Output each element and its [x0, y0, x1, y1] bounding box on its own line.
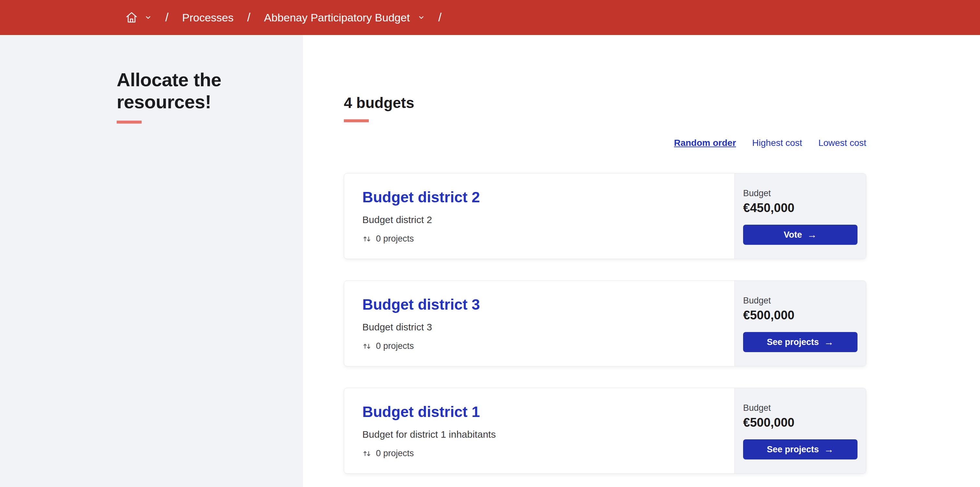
breadcrumb-separator: / — [247, 11, 250, 24]
budget-label: Budget — [743, 403, 858, 413]
budget-card-aside: Budget €450,000 Vote → — [734, 174, 866, 259]
sort-lowest-cost[interactable]: Lowest cost — [818, 138, 866, 148]
budget-title-link[interactable]: Budget district 3 — [362, 296, 480, 313]
budget-title-link[interactable]: Budget district 1 — [362, 403, 480, 420]
chevron-down-icon[interactable] — [418, 14, 425, 21]
breadcrumb-home[interactable] — [125, 11, 152, 24]
breadcrumb-separator: / — [439, 11, 442, 24]
home-icon[interactable] — [125, 11, 138, 24]
budget-amount: €500,000 — [743, 308, 858, 322]
budget-card-body: Budget district 2 Budget district 2 0 pr… — [344, 174, 734, 259]
breadcrumb-item-processes[interactable]: Processes — [182, 11, 234, 24]
chevron-down-icon[interactable] — [145, 14, 152, 21]
arrow-right-icon: → — [807, 230, 817, 240]
page-title: Allocate the resources! — [117, 69, 250, 113]
budget-description: Budget district 2 — [362, 214, 716, 225]
breadcrumb-item-process-title[interactable]: Abbenay Participatory Budget — [264, 11, 410, 24]
budget-projects-row: 0 projects — [362, 234, 716, 244]
projects-count-label: 0 projects — [376, 341, 414, 351]
budget-label: Budget — [743, 296, 858, 306]
budgets-count-heading: 4 budgets — [344, 94, 866, 112]
budget-card-aside: Budget €500,000 See projects → — [734, 388, 866, 473]
arrow-right-icon: → — [824, 444, 834, 454]
title-accent-underline — [117, 121, 142, 123]
main-content: 4 budgets Random order Highest cost Lowe… — [303, 35, 980, 487]
budget-card-list: Budget district 2 Budget district 2 0 pr… — [344, 173, 866, 474]
budget-card-body: Budget district 3 Budget district 3 0 pr… — [344, 281, 734, 366]
budget-projects-row: 0 projects — [362, 449, 716, 458]
budget-description: Budget for district 1 inhabitants — [362, 429, 716, 440]
vote-button[interactable]: Vote → — [743, 225, 858, 245]
budget-amount: €500,000 — [743, 416, 858, 430]
budget-amount: €450,000 — [743, 201, 858, 215]
arrow-right-icon: → — [824, 337, 834, 347]
projects-count-label: 0 projects — [376, 234, 414, 244]
budget-card: Budget district 1 Budget for district 1 … — [344, 388, 866, 474]
see-projects-button[interactable]: See projects → — [743, 439, 858, 460]
projects-count-icon — [362, 342, 371, 351]
projects-count-icon — [362, 235, 371, 244]
projects-count-label: 0 projects — [376, 449, 414, 458]
budget-card: Budget district 3 Budget district 3 0 pr… — [344, 281, 866, 366]
heading-accent-underline — [344, 119, 369, 122]
budget-projects-row: 0 projects — [362, 341, 716, 351]
page-layout: Allocate the resources! 4 budgets Random… — [0, 35, 980, 487]
sort-options: Random order Highest cost Lowest cost — [344, 138, 866, 148]
budget-title-link[interactable]: Budget district 2 — [362, 188, 480, 206]
action-button-label: Vote — [784, 230, 802, 240]
budget-label: Budget — [743, 188, 858, 198]
budget-card-body: Budget district 1 Budget for district 1 … — [344, 388, 734, 473]
sort-random-order[interactable]: Random order — [674, 138, 736, 148]
projects-count-icon — [362, 449, 371, 458]
budget-card: Budget district 2 Budget district 2 0 pr… — [344, 173, 866, 259]
budget-card-aside: Budget €500,000 See projects → — [734, 281, 866, 366]
sort-highest-cost[interactable]: Highest cost — [752, 138, 802, 148]
sidebar: Allocate the resources! — [0, 35, 303, 487]
topbar: / Processes / Abbenay Participatory Budg… — [0, 0, 980, 35]
breadcrumb-separator: / — [165, 11, 169, 24]
budget-description: Budget district 3 — [362, 322, 716, 333]
see-projects-button[interactable]: See projects → — [743, 332, 858, 352]
action-button-label: See projects — [767, 337, 819, 347]
action-button-label: See projects — [767, 444, 819, 455]
